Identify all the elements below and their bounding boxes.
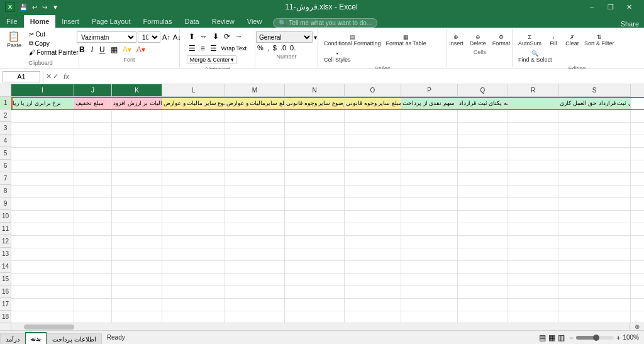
cell-P1[interactable]: سهم نقدی از پرداخت bbox=[401, 97, 458, 109]
cell-row12-col7[interactable] bbox=[401, 236, 458, 248]
cell-row6-col2[interactable] bbox=[112, 160, 162, 173]
cell-row16-col7[interactable] bbox=[401, 286, 458, 299]
cell-row4-col3[interactable] bbox=[162, 135, 225, 148]
tab-page-layout[interactable]: Page Layout bbox=[86, 15, 137, 28]
decrease-decimal-btn[interactable]: 0. bbox=[289, 44, 297, 52]
row-header-6[interactable]: 6 bbox=[0, 160, 11, 172]
col-header-M[interactable]: M bbox=[225, 84, 285, 97]
cell-L1[interactable]: موضوع سایر مالیات و عوارض bbox=[162, 97, 225, 109]
cell-row2-col7[interactable] bbox=[401, 110, 458, 123]
align-right-btn[interactable]: ☰ bbox=[208, 43, 219, 53]
formula-input[interactable] bbox=[74, 71, 641, 82]
comma-btn[interactable]: , bbox=[266, 44, 270, 52]
cell-row6-col9[interactable] bbox=[508, 160, 558, 173]
cell-row10-col0[interactable] bbox=[11, 211, 74, 223]
font-family-select[interactable]: Vazirmatn bbox=[77, 31, 136, 43]
cell-row14-col4[interactable] bbox=[225, 261, 285, 274]
format-painter-btn[interactable]: 🖌 Format Painter bbox=[28, 48, 79, 57]
cell-row11-col3[interactable] bbox=[162, 223, 225, 236]
tab-review[interactable]: Review bbox=[206, 15, 241, 28]
cell-row7-col8[interactable] bbox=[458, 173, 508, 186]
sheet-tab-ettelaat-pardakht[interactable]: اطلاعات پرداخت bbox=[47, 333, 102, 345]
cell-row9-col10[interactable] bbox=[558, 198, 631, 211]
cell-S1[interactable]: شناسه بکتای ثبت قرارداد حق العمل کاری bbox=[558, 97, 631, 109]
cell-row4-col4[interactable] bbox=[225, 135, 285, 148]
cell-row15-col3[interactable] bbox=[162, 274, 225, 286]
align-center-btn[interactable]: ≡ bbox=[199, 43, 207, 53]
cell-row13-col4[interactable] bbox=[225, 248, 285, 261]
cell-row12-col2[interactable] bbox=[112, 236, 162, 248]
cell-row10-col2[interactable] bbox=[112, 211, 162, 223]
row-header-11[interactable]: 11 bbox=[0, 223, 11, 235]
cell-row10-col6[interactable] bbox=[345, 211, 401, 223]
zoom-in-btn[interactable]: + bbox=[616, 334, 620, 341]
cell-row7-col4[interactable] bbox=[225, 173, 285, 186]
underline-btn[interactable]: U bbox=[97, 45, 108, 55]
row-header-5[interactable]: 5 bbox=[0, 147, 11, 160]
cell-row13-col1[interactable] bbox=[74, 248, 112, 261]
cell-row5-col7[interactable] bbox=[401, 148, 458, 160]
cell-row10-col10[interactable] bbox=[558, 211, 631, 223]
cell-N1[interactable]: موضوع سایر وجوه قانونی bbox=[285, 97, 345, 109]
indent-increase-btn[interactable]: → bbox=[233, 31, 245, 42]
cell-row18-col9[interactable] bbox=[508, 311, 558, 323]
tab-view[interactable]: View bbox=[241, 15, 269, 28]
cell-row15-col5[interactable] bbox=[285, 274, 345, 286]
cell-row16-col0[interactable] bbox=[11, 286, 74, 299]
conditional-formatting-btn[interactable]: ▤Conditional Formatting bbox=[322, 33, 383, 48]
cell-row13-col5[interactable] bbox=[285, 248, 345, 261]
cell-row17-col6[interactable] bbox=[345, 299, 401, 311]
cell-row4-col1[interactable] bbox=[74, 135, 112, 148]
cell-row14-col6[interactable] bbox=[345, 261, 401, 274]
cell-row3-col6[interactable] bbox=[345, 123, 401, 135]
confirm-formula-btn[interactable]: ✓ bbox=[53, 72, 58, 80]
cell-row6-col1[interactable] bbox=[74, 160, 112, 173]
col-header-K[interactable]: K bbox=[112, 84, 162, 97]
cell-row11-col1[interactable] bbox=[74, 223, 112, 236]
cell-row8-col10[interactable] bbox=[558, 186, 631, 198]
cell-row8-col6[interactable] bbox=[345, 186, 401, 198]
border-btn[interactable]: ▦ bbox=[109, 45, 119, 55]
col-header-O[interactable]: O bbox=[345, 84, 401, 97]
cell-row15-col8[interactable] bbox=[458, 274, 508, 286]
col-header-L[interactable]: L bbox=[162, 84, 225, 97]
cell-row15-col6[interactable] bbox=[345, 274, 401, 286]
cell-row14-col9[interactable] bbox=[508, 261, 558, 274]
cell-row3-col4[interactable] bbox=[225, 123, 285, 135]
cell-row15-col4[interactable] bbox=[225, 274, 285, 286]
cell-row2-col9[interactable] bbox=[508, 110, 558, 123]
cell-row2-col2[interactable] bbox=[112, 110, 162, 123]
zoom-slider[interactable] bbox=[576, 336, 614, 340]
tab-file[interactable]: File bbox=[0, 15, 24, 28]
cell-row8-col1[interactable] bbox=[74, 186, 112, 198]
cell-row13-col10[interactable] bbox=[558, 248, 631, 261]
format-as-table-btn[interactable]: ▦Format as Table bbox=[384, 33, 428, 48]
cell-row7-col6[interactable] bbox=[345, 173, 401, 186]
cell-row17-col7[interactable] bbox=[401, 299, 458, 311]
undo-quick-btn[interactable]: ↩ bbox=[30, 4, 39, 11]
cell-I1[interactable]: نرخ برابری ارز یا ریا bbox=[11, 97, 74, 109]
cell-row3-col3[interactable] bbox=[162, 123, 225, 135]
tab-formulas[interactable]: Formulas bbox=[137, 15, 179, 28]
row-header-13[interactable]: 13 bbox=[0, 248, 11, 260]
cell-row3-col9[interactable] bbox=[508, 123, 558, 135]
cell-row3-col5[interactable] bbox=[285, 123, 345, 135]
share-btn[interactable]: Share bbox=[616, 20, 644, 28]
cell-row8-col0[interactable] bbox=[11, 186, 74, 198]
cell-styles-btn[interactable]: ▪Cell Styles bbox=[322, 49, 353, 64]
cell-row11-col9[interactable] bbox=[508, 223, 558, 236]
cell-row17-col2[interactable] bbox=[112, 299, 162, 311]
zoom-slider-thumb[interactable] bbox=[593, 335, 599, 341]
cell-row5-col6[interactable] bbox=[345, 148, 401, 160]
cancel-formula-btn[interactable]: ✕ bbox=[46, 72, 52, 80]
cell-row9-col4[interactable] bbox=[225, 198, 285, 211]
cell-row4-col10[interactable] bbox=[558, 135, 631, 148]
cell-row4-col8[interactable] bbox=[458, 135, 508, 148]
page-layout-view-btn[interactable]: ▦ bbox=[548, 333, 555, 342]
cell-row9-col8[interactable] bbox=[458, 198, 508, 211]
number-format-expand-btn[interactable]: ▾ bbox=[314, 34, 317, 41]
cell-row5-col10[interactable] bbox=[558, 148, 631, 160]
cell-row10-col8[interactable] bbox=[458, 211, 508, 223]
redo-quick-btn[interactable]: ↪ bbox=[40, 4, 49, 11]
cell-row18-col6[interactable] bbox=[345, 311, 401, 323]
